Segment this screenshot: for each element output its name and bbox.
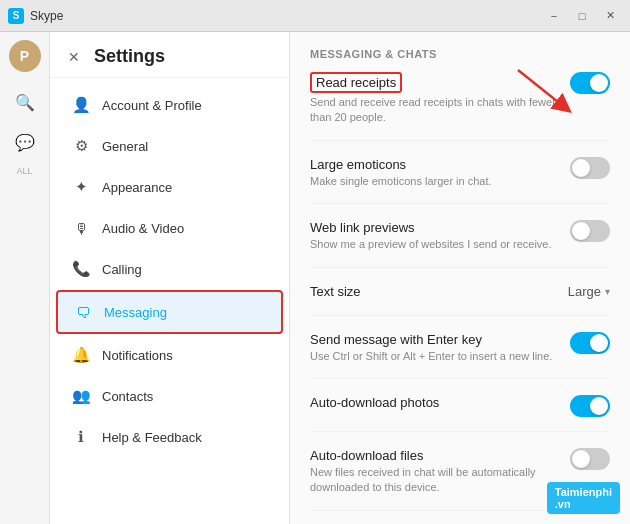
sidebar-item-calling[interactable]: 📞 Calling bbox=[56, 249, 283, 289]
large-emoticons-toggle[interactable] bbox=[570, 157, 610, 179]
contacts-label: Contacts bbox=[102, 389, 153, 404]
setting-read-receipts: Read receipts Send and receive read rece… bbox=[310, 72, 610, 141]
sidebar-item-account[interactable]: 👤 Account & Profile bbox=[56, 85, 283, 125]
account-icon: 👤 bbox=[70, 94, 92, 116]
section-label: MESSAGING & CHATS bbox=[310, 48, 610, 60]
settings-panel: ✕ Settings 👤 Account & Profile ⚙ General… bbox=[50, 32, 290, 524]
messaging-label: Messaging bbox=[104, 305, 167, 320]
all-label: ALL bbox=[16, 166, 32, 176]
setting-large-emoticons: Large emoticons Make single emoticons la… bbox=[310, 157, 610, 204]
skype-sidebar: P 🔍 💬 ALL bbox=[0, 32, 50, 524]
chevron-down-icon: ▾ bbox=[605, 286, 610, 297]
content-scroll: MESSAGING & CHATS Read receipts Send and… bbox=[290, 32, 630, 524]
read-receipts-name: Read receipts bbox=[310, 72, 402, 93]
settings-close-button[interactable]: ✕ bbox=[64, 47, 84, 67]
general-icon: ⚙ bbox=[70, 135, 92, 157]
auto-photos-thumb bbox=[590, 397, 608, 415]
read-receipts-text: Read receipts Send and receive read rece… bbox=[310, 72, 558, 126]
large-emoticons-name: Large emoticons bbox=[310, 157, 558, 172]
sidebar-item-general[interactable]: ⚙ General bbox=[56, 126, 283, 166]
text-size-name: Text size bbox=[310, 284, 556, 299]
settings-title: Settings bbox=[94, 46, 165, 67]
window-controls: − □ ✕ bbox=[542, 4, 622, 28]
watermark: Taimienphi.vn bbox=[547, 482, 620, 514]
large-emoticons-thumb bbox=[572, 159, 590, 177]
calling-icon: 📞 bbox=[70, 258, 92, 280]
text-size-dropdown[interactable]: Large ▾ bbox=[568, 284, 610, 299]
appearance-icon: ✦ bbox=[70, 176, 92, 198]
sidebar-item-contacts[interactable]: 👥 Contacts bbox=[56, 376, 283, 416]
auto-files-control bbox=[570, 448, 610, 470]
auto-files-desc: New files received in chat will be autom… bbox=[310, 465, 558, 496]
sidebar-item-audio-video[interactable]: 🎙 Audio & Video bbox=[56, 208, 283, 248]
sidebar-item-appearance[interactable]: ✦ Appearance bbox=[56, 167, 283, 207]
web-link-control bbox=[570, 220, 610, 242]
settings-nav: 👤 Account & Profile ⚙ General ✦ Appearan… bbox=[50, 78, 289, 524]
setting-send-enter: Send message with Enter key Use Ctrl or … bbox=[310, 332, 610, 379]
send-enter-name: Send message with Enter key bbox=[310, 332, 558, 347]
messaging-icon: 🗨 bbox=[72, 301, 94, 323]
content-area: MESSAGING & CHATS Read receipts Send and… bbox=[290, 32, 630, 524]
help-icon: ℹ bbox=[70, 426, 92, 448]
text-size-control: Large ▾ bbox=[568, 284, 610, 299]
auto-photos-name: Auto-download photos bbox=[310, 395, 558, 410]
auto-photos-toggle[interactable] bbox=[570, 395, 610, 417]
help-label: Help & Feedback bbox=[102, 430, 202, 445]
app-container: P 🔍 💬 ALL ✕ Settings 👤 Account & Profile… bbox=[0, 32, 630, 524]
general-label: General bbox=[102, 139, 148, 154]
web-link-thumb bbox=[572, 222, 590, 240]
text-size-value: Large bbox=[568, 284, 601, 299]
settings-header: ✕ Settings bbox=[50, 32, 289, 78]
send-enter-toggle[interactable] bbox=[570, 332, 610, 354]
read-receipts-toggle[interactable] bbox=[570, 72, 610, 94]
web-link-desc: Show me a preview of websites I send or … bbox=[310, 237, 558, 252]
minimize-button[interactable]: − bbox=[542, 4, 566, 28]
calling-label: Calling bbox=[102, 262, 142, 277]
audio-video-icon: 🎙 bbox=[70, 217, 92, 239]
large-emoticons-text: Large emoticons Make single emoticons la… bbox=[310, 157, 558, 189]
watermark-text: Taimienphi.vn bbox=[555, 486, 612, 510]
read-receipts-control bbox=[570, 72, 610, 94]
notifications-label: Notifications bbox=[102, 348, 173, 363]
large-emoticons-desc: Make single emoticons larger in chat. bbox=[310, 174, 558, 189]
close-button[interactable]: ✕ bbox=[598, 4, 622, 28]
setting-web-link-previews: Web link previews Show me a preview of w… bbox=[310, 220, 610, 267]
text-size-text: Text size bbox=[310, 284, 556, 301]
sidebar-item-messaging[interactable]: 🗨 Messaging bbox=[56, 290, 283, 334]
web-link-name: Web link previews bbox=[310, 220, 558, 235]
account-label: Account & Profile bbox=[102, 98, 202, 113]
auto-files-text: Auto-download files New files received i… bbox=[310, 448, 558, 496]
auto-photos-text: Auto-download photos bbox=[310, 395, 558, 412]
app-icon: S bbox=[8, 8, 24, 24]
sidebar-item-notifications[interactable]: 🔔 Notifications bbox=[56, 335, 283, 375]
large-emoticons-control bbox=[570, 157, 610, 179]
auto-photos-control bbox=[570, 395, 610, 417]
user-avatar[interactable]: P bbox=[9, 40, 41, 72]
audio-video-label: Audio & Video bbox=[102, 221, 184, 236]
send-enter-thumb bbox=[590, 334, 608, 352]
send-enter-desc: Use Ctrl or Shift or Alt + Enter to inse… bbox=[310, 349, 558, 364]
contacts-icon: 👥 bbox=[70, 385, 92, 407]
setting-text-size: Text size Large ▾ bbox=[310, 284, 610, 316]
send-enter-control bbox=[570, 332, 610, 354]
web-link-toggle[interactable] bbox=[570, 220, 610, 242]
auto-files-thumb bbox=[572, 450, 590, 468]
chat-icon[interactable]: 💬 bbox=[7, 124, 43, 160]
search-icon[interactable]: 🔍 bbox=[7, 84, 43, 120]
auto-files-toggle[interactable] bbox=[570, 448, 610, 470]
sidebar-item-help[interactable]: ℹ Help & Feedback bbox=[56, 417, 283, 457]
appearance-label: Appearance bbox=[102, 180, 172, 195]
send-enter-text: Send message with Enter key Use Ctrl or … bbox=[310, 332, 558, 364]
read-receipts-desc: Send and receive read receipts in chats … bbox=[310, 95, 558, 126]
maximize-button[interactable]: □ bbox=[570, 4, 594, 28]
titlebar: S Skype − □ ✕ bbox=[0, 0, 630, 32]
app-title: Skype bbox=[30, 9, 542, 23]
read-receipts-thumb bbox=[590, 74, 608, 92]
auto-files-name: Auto-download files bbox=[310, 448, 558, 463]
web-link-text: Web link previews Show me a preview of w… bbox=[310, 220, 558, 252]
notifications-icon: 🔔 bbox=[70, 344, 92, 366]
setting-auto-download-photos: Auto-download photos bbox=[310, 395, 610, 432]
